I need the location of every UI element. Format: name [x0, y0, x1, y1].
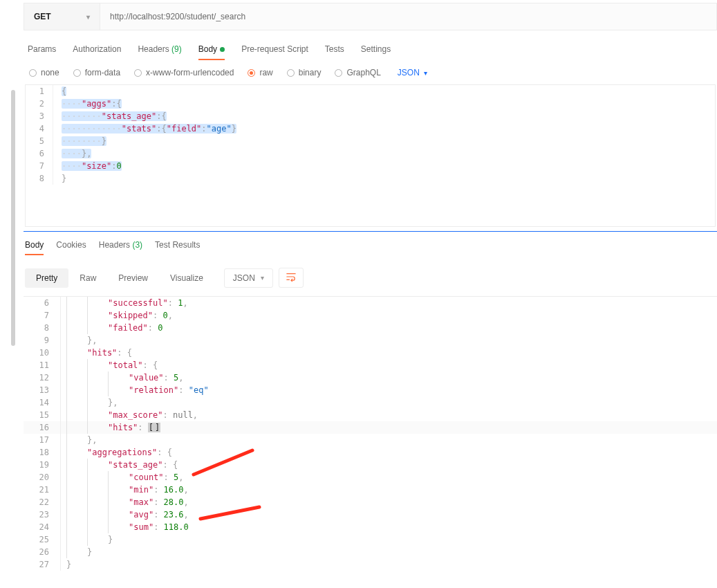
response-tabs: Body Cookies Headers (3) Test Results [24, 232, 717, 262]
request-url-bar: GET ▾ http://localhost:9200/student/_sea… [24, 3, 717, 30]
code-line: 7····"size":0 [26, 160, 715, 172]
code-line: 18"aggregations": { [24, 446, 717, 459]
code-line: 3········"stats_age":{ [26, 110, 715, 122]
tab-settings[interactable]: Settings [361, 42, 391, 59]
http-method-select[interactable]: GET ▾ [24, 3, 100, 30]
response-body-viewer[interactable]: 6"successful": 1,7"skipped": 0,8"failed"… [24, 296, 717, 571]
code-line: 26} [24, 546, 717, 558]
code-line: 9}, [24, 334, 717, 347]
tab-headers[interactable]: Headers (9) [138, 42, 181, 59]
resp-headers-count: (3) [132, 240, 142, 250]
response-format-select[interactable]: JSON ▾ [224, 268, 273, 288]
code-line: 7"skipped": 0, [24, 309, 717, 322]
code-line: 19"stats_age": { [24, 459, 717, 471]
code-line: 11"total": { [24, 359, 717, 371]
code-line: 21"min": 16.0, [24, 484, 717, 496]
code-line: 16"hits": [] [24, 421, 717, 434]
code-line: 20"count": 5, [24, 471, 717, 484]
body-type-formdata[interactable]: form-data [73, 68, 120, 77]
code-line: 5········} [26, 135, 715, 147]
body-modified-indicator [220, 47, 225, 52]
response-toolbar: Pretty Raw Preview Visualize JSON ▾ [24, 262, 717, 295]
resp-tab-headers[interactable]: Headers (3) [99, 240, 142, 255]
code-line: 1{ [26, 85, 715, 98]
resp-tab-cookies[interactable]: Cookies [56, 240, 86, 255]
tab-body[interactable]: Body [198, 42, 225, 59]
code-line: 4············"stats":{"field":"age"} [26, 122, 715, 135]
body-type-none[interactable]: none [29, 68, 59, 77]
wrap-lines-button[interactable] [279, 268, 304, 288]
body-type-graphql[interactable]: GraphQL [335, 68, 380, 77]
chevron-down-icon: ▾ [424, 69, 427, 77]
code-line: 12"value": 5, [24, 371, 717, 384]
headers-count: (9) [171, 44, 182, 54]
code-line: 24"sum": 118.0 [24, 521, 717, 533]
code-line: 22"max": 28.0, [24, 496, 717, 508]
chevron-down-icon: ▾ [261, 274, 264, 282]
wrap-icon [286, 272, 296, 282]
code-line: 15"max_score": null, [24, 409, 717, 421]
code-line: 6····}, [26, 147, 715, 160]
request-tabs: Params Authorization Headers (9) Body Pr… [24, 42, 717, 59]
code-line: 23"avg": 23.6, [24, 508, 717, 521]
code-line: 25} [24, 533, 717, 546]
chevron-down-icon: ▾ [86, 13, 90, 21]
view-raw[interactable]: Raw [68, 268, 107, 288]
body-subtype-select[interactable]: JSON ▾ [398, 68, 427, 77]
view-preview[interactable]: Preview [107, 268, 159, 288]
body-type-xwww[interactable]: x-www-form-urlencoded [134, 68, 234, 77]
page-scroll-thumb[interactable] [11, 90, 15, 346]
view-pretty[interactable]: Pretty [25, 268, 68, 288]
view-visualize[interactable]: Visualize [159, 268, 214, 288]
resp-tab-testresults[interactable]: Test Results [155, 240, 200, 255]
body-type-raw[interactable]: raw [248, 68, 272, 77]
tab-params[interactable]: Params [28, 42, 56, 59]
tab-tests[interactable]: Tests [325, 42, 344, 59]
code-line: 6"successful": 1, [24, 297, 717, 309]
request-body-editor[interactable]: 1{2····"aggs":{3········"stats_age":{4··… [25, 84, 716, 227]
body-type-binary[interactable]: binary [287, 68, 322, 77]
body-type-row: none form-data x-www-form-urlencoded raw… [24, 59, 717, 84]
tab-prerequest[interactable]: Pre-request Script [241, 42, 308, 59]
code-line: 8} [26, 172, 715, 185]
resp-tab-body[interactable]: Body [25, 240, 44, 255]
http-method-label: GET [34, 12, 51, 21]
code-line: 10"hits": { [24, 347, 717, 359]
view-mode-segment: Pretty Raw Preview Visualize [25, 268, 214, 288]
url-input[interactable]: http://localhost:9200/student/_search [100, 3, 716, 30]
url-value: http://localhost:9200/student/_search [110, 12, 245, 21]
code-line: 13"relation": "eq" [24, 384, 717, 396]
code-line: 27} [24, 558, 717, 571]
code-line: 17}, [24, 434, 717, 446]
code-line: 8"failed": 0 [24, 322, 717, 334]
code-line: 14}, [24, 396, 717, 409]
tab-authorization[interactable]: Authorization [73, 42, 121, 59]
code-line: 2····"aggs":{ [26, 98, 715, 110]
